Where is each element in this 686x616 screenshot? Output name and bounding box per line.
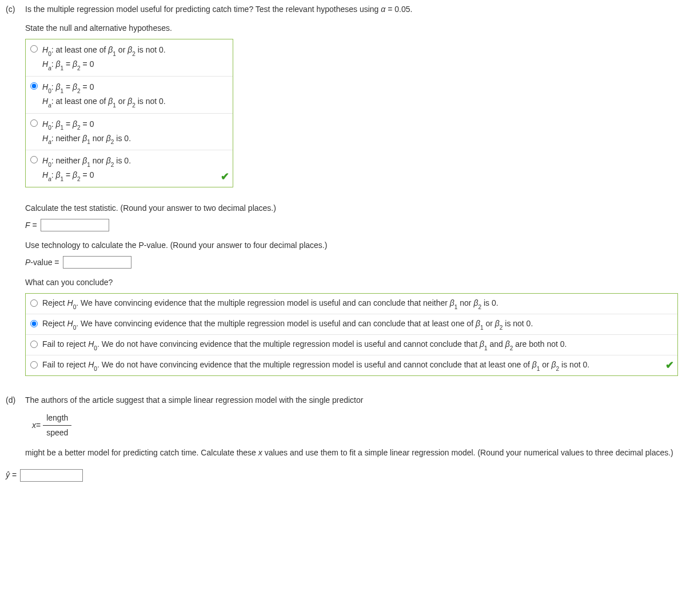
conclusion-answer-box: Reject H0. We have convincing evidence t… [25,293,678,376]
hyp-option-1[interactable]: H0: at least one of β1 or β2 is not 0. H… [26,39,233,76]
hyp-option-3-text: H0: β1 = β2 = 0 Ha: neither β1 nor β2 is… [42,117,228,147]
frac-den: speed [43,426,71,439]
hyp-radio-2[interactable] [30,82,38,90]
part-c-prompt-text: Is the multiple regression model useful … [25,5,412,14]
conc-option-2-text: Reject H0. We have convincing evidence t… [42,318,673,331]
conc-option-1[interactable]: Reject H0. We have convincing evidence t… [26,294,677,314]
conc-option-1-text: Reject H0. We have convincing evidence t… [42,297,673,310]
check-icon: ✔ [665,358,674,373]
check-icon: ✔ [221,169,229,185]
f-label: F = [25,219,37,231]
part-c-label: (c) [6,3,25,15]
state-hypotheses-prompt: State the null and alternative hypothese… [25,22,680,34]
x-equation: x = length speed [32,412,680,439]
pvalue-input[interactable] [63,256,131,269]
hyp-option-4[interactable]: H0: neither β1 nor β2 is 0. Ha: β1 = β2 … [26,150,233,187]
hyp-option-1-text: H0: at least one of β1 or β2 is not 0. H… [42,43,228,73]
hypotheses-answer-box: H0: at least one of β1 or β2 is not 0. H… [25,39,233,187]
hyp-radio-4[interactable] [30,156,38,163]
hyp-radio-3[interactable] [30,119,38,127]
hyp-option-3[interactable]: H0: β1 = β2 = 0 Ha: neither β1 nor β2 is… [26,113,233,150]
pvalue-label: P-value = [25,257,59,269]
conc-radio-3[interactable] [30,341,38,348]
hyp-radio-1[interactable] [30,45,38,53]
hyp-option-2[interactable]: H0: β1 = β2 = 0 Ha: at least one of β1 o… [26,76,233,113]
part-d-label: (d) [6,394,25,406]
yhat-input[interactable] [20,469,83,482]
part-d-prompt: The authors of the article suggest that … [25,394,680,406]
frac-num: length [43,412,71,426]
pvalue-prompt: Use technology to calculate the P-value.… [25,239,680,251]
hyp-option-4-text: H0: neither β1 nor β2 is 0. Ha: β1 = β2 … [42,154,228,183]
conc-option-3-text: Fail to reject H0. We do not have convin… [42,338,673,351]
conc-radio-4[interactable] [30,361,38,369]
calc-stat-prompt: Calculate the test statistic. (Round you… [25,202,680,214]
part-c-prompt: Is the multiple regression model useful … [25,3,680,15]
conc-radio-1[interactable] [30,299,38,307]
conc-option-4[interactable]: Fail to reject H0. We do not have convin… [26,355,677,375]
f-value-input[interactable] [41,219,109,231]
conc-option-4-text: Fail to reject H0. We do not have convin… [42,359,673,372]
part-d-prompt-2: might be a better model for predicting c… [25,447,680,459]
conc-radio-2[interactable] [30,320,38,327]
conc-option-2[interactable]: Reject H0. We have convincing evidence t… [26,314,677,334]
conclude-prompt: What can you conclude? [25,277,680,289]
hyp-option-2-text: H0: β1 = β2 = 0 Ha: at least one of β1 o… [42,80,228,110]
conc-option-3[interactable]: Fail to reject H0. We do not have convin… [26,334,677,355]
yhat-label: ŷ = [6,469,17,481]
